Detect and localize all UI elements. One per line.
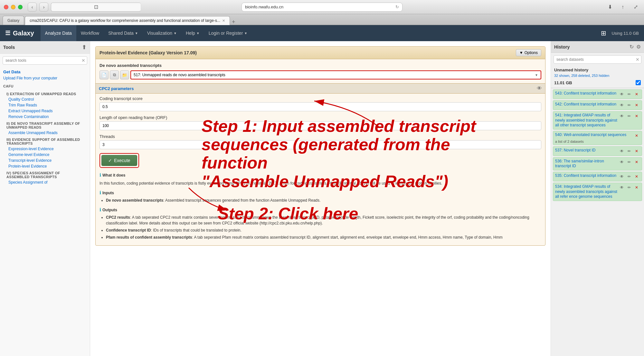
new-tab-button[interactable]: +	[232, 19, 235, 25]
history-settings-icon[interactable]: ⚙	[636, 44, 641, 50]
genome-level-evidence-link[interactable]: Genome-level Evidence	[3, 152, 87, 158]
nav-analyze-data[interactable]: Analyze Data	[41, 25, 76, 41]
nav-workflow[interactable]: Workflow	[76, 25, 104, 41]
upload-icon[interactable]: ⬆	[82, 44, 87, 51]
search-tools-input[interactable]	[3, 56, 87, 65]
quality-control-link[interactable]: Quality Control	[3, 96, 87, 102]
nav-login[interactable]: Login or Register ▼	[204, 25, 252, 41]
transcript-select[interactable]: 517: Unmapped reads de novo assembled tr…	[130, 70, 541, 79]
history-item-534-name[interactable]: 534: Integrated GMAP results of newly as…	[555, 184, 617, 199]
tab-galaxy[interactable]: Galaxy	[3, 16, 24, 25]
history-item-537-name[interactable]: 537: Novel transcript ID	[555, 148, 617, 153]
cpc2-section-title[interactable]: CPC2 parameters	[99, 86, 134, 91]
new-file-icon-button[interactable]: 📄	[99, 70, 109, 79]
history-item-542-icons: 👁 ✏ ✕	[619, 102, 640, 108]
url-bar[interactable]: bioinfo.nwafu.edu.cn ↻	[242, 3, 402, 12]
delete-icon-543[interactable]: ✕	[633, 91, 640, 97]
info-icon-outputs: ℹ	[99, 207, 101, 212]
back-button[interactable]: ‹	[28, 3, 37, 12]
outputs-heading: Outputs	[102, 208, 117, 212]
orf-input[interactable]	[99, 121, 541, 130]
delete-icon-540[interactable]: ✕	[633, 132, 640, 139]
remove-contamination-link[interactable]: Remove Contamination	[3, 114, 87, 120]
get-data-link[interactable]: Get Data	[3, 68, 87, 75]
eye-view-icon-537[interactable]: 👁	[619, 148, 625, 154]
edit-icon-535[interactable]: ✏	[626, 173, 632, 180]
coding-score-input[interactable]	[99, 102, 541, 111]
delete-icon-541[interactable]: ✕	[633, 113, 640, 119]
eye-view-icon-536[interactable]: 👁	[619, 159, 625, 165]
folder-icon-button[interactable]: 📁	[120, 70, 129, 79]
options-button[interactable]: ▼ Options	[516, 49, 541, 56]
fullscreen-icon[interactable]: ⤢	[631, 3, 640, 12]
refresh-button[interactable]: ↻	[395, 5, 399, 9]
delete-icon-536[interactable]: ✕	[633, 159, 640, 165]
history-stats[interactable]: 32 shown, 258 deleted, 253 hidden	[551, 74, 644, 79]
search-datasets-input[interactable]	[554, 55, 641, 64]
delete-icon-535[interactable]: ✕	[633, 173, 640, 180]
edit-icon-534[interactable]: ✏	[626, 184, 632, 191]
download-icon[interactable]: ⬇	[605, 3, 614, 12]
search-clear-icon[interactable]: ✕	[81, 58, 85, 63]
coding-score-label: Coding transcript score	[99, 96, 541, 101]
app-grid-icon[interactable]: ⊞	[601, 29, 606, 37]
edit-icon-543[interactable]: ✏	[626, 91, 632, 97]
history-refresh-icon[interactable]: ↻	[630, 44, 634, 50]
assemble-unmapped-reads-link[interactable]: Assemble Unmapped Reads	[3, 130, 87, 136]
eye-view-icon-541[interactable]: 👁	[619, 113, 625, 119]
tab-cafu[interactable]: cma2015/CAFU: CAFU is a galaxy workflow …	[25, 16, 230, 25]
eye-icon[interactable]: 👁	[537, 86, 542, 91]
delete-icon-542[interactable]: ✕	[633, 102, 640, 108]
eye-view-icon-535[interactable]: 👁	[619, 173, 625, 180]
history-item-535-name[interactable]: 535: Confitent transcript information	[555, 173, 617, 178]
trim-raw-reads-link[interactable]: Trim Raw Reads	[3, 102, 87, 108]
delete-icon-537[interactable]: ✕	[633, 148, 640, 154]
eye-view-icon-543[interactable]: 👁	[619, 91, 625, 97]
edit-icon-537[interactable]: ✏	[626, 148, 632, 154]
delete-icon-534[interactable]: ✕	[633, 184, 640, 191]
nav-visualization[interactable]: Visualization ▼	[143, 25, 181, 41]
close-tab-icon[interactable]: ✕	[222, 19, 225, 23]
execute-button[interactable]: ✓ Execute	[101, 155, 137, 166]
forward-button[interactable]: ›	[39, 3, 48, 12]
species-assignment-link[interactable]: Species Assignment of	[3, 179, 87, 185]
output1-name: CPC2 results	[106, 215, 130, 220]
output-item-2: Confidence transcript ID: IDs of transcr…	[106, 227, 541, 233]
transcript-input-group: 📄 ⧉ 📁 517: Unmapped reads de novo assemb…	[99, 70, 541, 79]
edit-icon-542[interactable]: ✏	[626, 102, 632, 108]
nav-help[interactable]: Help ▼	[181, 25, 204, 41]
history-item-543-name[interactable]: 543: Confitent transcript information	[555, 91, 617, 96]
minimize-window-button[interactable]	[11, 5, 15, 9]
main-layout: Tools ⬆ ✕ Get Data Upload File from your…	[0, 41, 644, 356]
maximize-window-button[interactable]	[18, 5, 23, 9]
sidebar-toggle-button[interactable]: ⊡	[51, 3, 141, 12]
output-item-3: Pfam results of confident assembly trans…	[106, 234, 541, 240]
protein-level-evidence-link[interactable]: Protein-level Evidence	[3, 163, 87, 169]
share-icon[interactable]: ↑	[618, 3, 627, 12]
history-select-all-checkbox[interactable]	[636, 80, 641, 85]
copy-icon-button[interactable]: ⧉	[110, 70, 119, 79]
expression-level-evidence-link[interactable]: Expression-level Evidence	[3, 146, 87, 152]
nav-shared-data[interactable]: Shared Data ▼	[104, 25, 143, 41]
eye-view-icon-542[interactable]: 👁	[619, 102, 625, 108]
history-item-541-name[interactable]: 541: Integrated GMAP results of newly as…	[555, 113, 617, 128]
select-dropdown-arrow: ▼	[535, 73, 538, 77]
tool-panel-body: De novo assembled transcripts 📄 ⧉ 📁 517:…	[96, 59, 545, 245]
history-search-clear-icon[interactable]: ✕	[636, 57, 639, 62]
history-item-540-name[interactable]: 540: Well-annotated transcript sequences	[555, 132, 632, 138]
threads-input[interactable]	[99, 140, 541, 149]
eye-view-icon-534[interactable]: 👁	[619, 184, 625, 191]
history-item-542: 542: Confitent transcript information 👁 …	[553, 100, 642, 110]
upload-file-link[interactable]: Upload File from your computer	[3, 75, 87, 81]
transcript-level-evidence-link[interactable]: Transcript-level Evidence	[3, 158, 87, 163]
tab-bar: Galaxy cma2015/CAFU: CAFU is a galaxy wo…	[0, 14, 644, 25]
edit-icon-536[interactable]: ✏	[626, 159, 632, 165]
history-item-542-name[interactable]: 542: Confitent transcript information	[555, 102, 617, 107]
storage-label: Using 11.0 GB	[611, 31, 639, 36]
history-item-536-name[interactable]: 536: The same/similar-intron transcript …	[555, 159, 617, 169]
edit-icon-541[interactable]: ✏	[626, 113, 632, 119]
close-window-button[interactable]	[4, 5, 8, 9]
what-it-does-heading: What it does	[102, 173, 125, 178]
extract-unmapped-reads-link[interactable]: Extract Unmapped Reads	[3, 108, 87, 114]
galaxy-logo-text: Galaxy	[13, 30, 34, 37]
